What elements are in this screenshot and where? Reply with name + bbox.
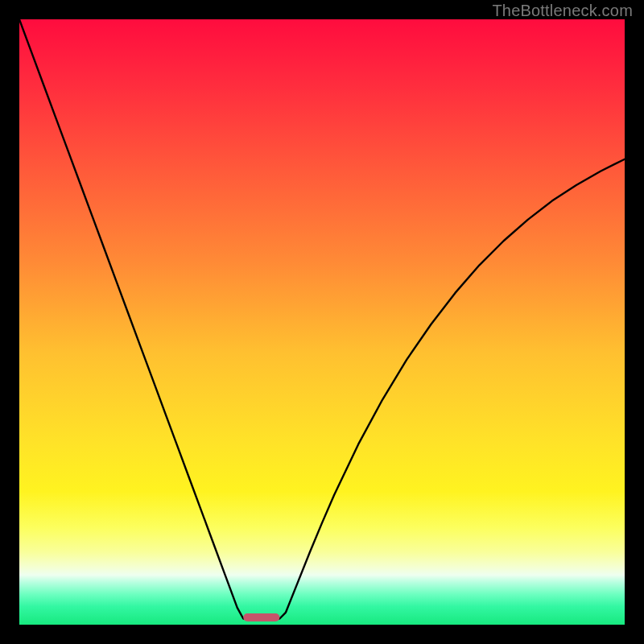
gradient-background xyxy=(19,19,625,625)
optimal-range-marker xyxy=(243,613,279,621)
bottleneck-chart xyxy=(19,19,625,625)
watermark-text: TheBottleneck.com xyxy=(492,2,633,20)
chart-frame: TheBottleneck.com xyxy=(0,0,644,644)
